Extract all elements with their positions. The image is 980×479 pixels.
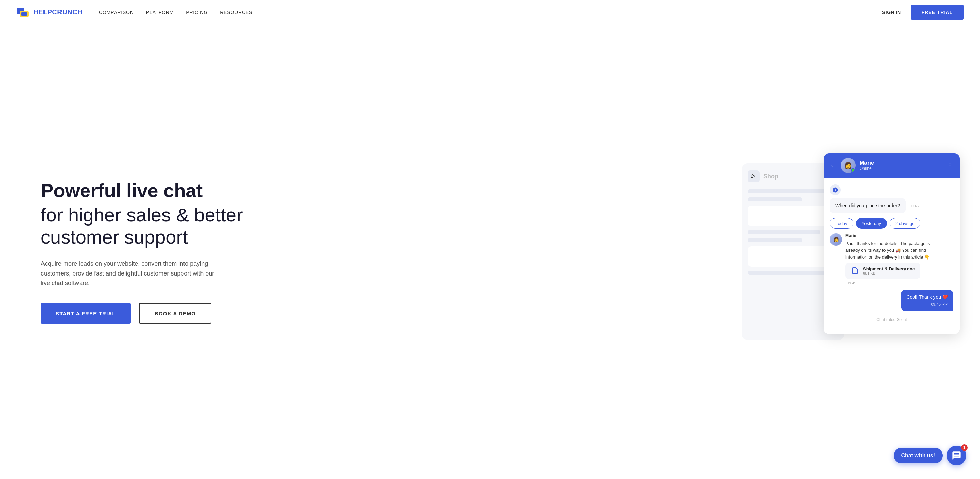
chat-mockup: 🛍 Shop ← 👩 Marie Online xyxy=(762,150,953,354)
quick-reply-today[interactable]: Today xyxy=(830,218,853,229)
chat-body: When did you place the order? 09.45 Toda… xyxy=(824,178,959,334)
agent-reply-avatar: 👩 xyxy=(830,233,842,246)
agent-reply-time: 09.45 xyxy=(847,281,934,285)
nav-links: COMPARISON PLATFORM PRICING RESOURCES xyxy=(99,9,253,15)
agent-reply-message: 👩 Marie Paul, thanks for the details. Th… xyxy=(830,233,953,285)
file-icon xyxy=(850,266,860,275)
chat-user-info: Marie Online xyxy=(860,160,943,171)
chat-user-status: Online xyxy=(860,166,943,171)
customer-reply-meta: 09.45 ✓✓ xyxy=(906,302,948,307)
customer-reply-time: 09.45 xyxy=(931,302,940,307)
quick-replies: Today Yesterday 2 days go xyxy=(830,218,953,229)
chat-float-icon[interactable]: 1 xyxy=(947,446,966,465)
bg-bar-2 xyxy=(748,197,802,201)
file-name: Shipment & Delivery.doc xyxy=(863,266,915,271)
chat-menu-button[interactable]: ⋮ xyxy=(947,161,953,170)
avatar: 👩 xyxy=(841,158,856,173)
start-free-trial-button[interactable]: START A FREE TRIAL xyxy=(41,303,131,324)
bg-bar-3 xyxy=(748,230,820,234)
chat-user-name: Marie xyxy=(860,160,943,166)
agent-question-bubble: When did you place the order? xyxy=(830,198,905,213)
nav-pricing[interactable]: PRICING xyxy=(186,10,208,15)
customer-reply-message: Cool! Thank you ❤️ 09.45 ✓✓ xyxy=(830,290,953,311)
chat-bubble-icon xyxy=(952,451,961,460)
nav-comparison[interactable]: COMPARISON xyxy=(99,10,134,15)
file-info: Shipment & Delivery.doc 681 KB xyxy=(863,266,915,275)
book-demo-button[interactable]: BOOK A DEMO xyxy=(139,303,212,324)
hero-section: Powerful live chat for higher sales & be… xyxy=(0,24,980,479)
hero-content: Powerful live chat for higher sales & be… xyxy=(41,180,245,324)
agent-reply-text: Paul, thanks for the details. The packag… xyxy=(845,240,934,261)
agent-reply-sender: Marie xyxy=(845,233,934,238)
quick-reply-yesterday[interactable]: Yesterday xyxy=(856,218,887,229)
hero-title-bold: Powerful live chat xyxy=(41,180,245,201)
nav-resources[interactable]: RESOURCES xyxy=(220,10,253,15)
logo[interactable]: HELPCRUNCH xyxy=(16,5,83,19)
navbar-left: HELPCRUNCH COMPARISON PLATFORM PRICING R… xyxy=(16,5,253,19)
svg-rect-3 xyxy=(21,12,27,16)
chat-header: ← 👩 Marie Online ⋮ xyxy=(824,153,959,178)
agent-question-time: 09.45 xyxy=(910,204,919,208)
agent-icon xyxy=(830,185,841,195)
file-size: 681 KB xyxy=(863,271,915,275)
customer-reply-bubble: Cool! Thank you ❤️ 09.45 ✓✓ xyxy=(901,290,953,311)
quick-reply-2days[interactable]: 2 days go xyxy=(889,218,920,229)
agent-reply-content: Marie Paul, thanks for the details. The … xyxy=(845,233,934,285)
online-indicator xyxy=(851,168,855,172)
logo-icon xyxy=(16,5,30,19)
nav-platform[interactable]: PLATFORM xyxy=(146,10,174,15)
hero-description: Acquire more leads on your website, conv… xyxy=(41,259,218,288)
chat-rated: Chat rated Great xyxy=(830,317,953,322)
agent-question-message: When did you place the order? 09.45 xyxy=(830,185,953,213)
chat-badge: 1 xyxy=(961,444,968,451)
read-checkmark: ✓✓ xyxy=(942,302,948,307)
logo-text: HELPCRUNCH xyxy=(33,8,83,16)
chat-window: ← 👩 Marie Online ⋮ xyxy=(824,153,959,334)
chat-back-button[interactable]: ← xyxy=(830,162,837,170)
bg-panel-icon: 🛍 xyxy=(748,170,760,182)
free-trial-button[interactable]: FREE TRIAL xyxy=(911,5,964,20)
hero-buttons: START A FREE TRIAL BOOK A DEMO xyxy=(41,303,245,324)
bg-bar-4 xyxy=(748,238,802,242)
bg-panel-title: Shop xyxy=(763,173,778,180)
hero-title-normal: for higher sales & better customer suppo… xyxy=(41,204,245,248)
chat-float: Chat with us! 1 xyxy=(894,446,966,465)
navbar: HELPCRUNCH COMPARISON PLATFORM PRICING R… xyxy=(0,0,980,24)
navbar-right: SIGN IN FREE TRIAL xyxy=(882,5,964,20)
file-attachment[interactable]: Shipment & Delivery.doc 681 KB xyxy=(845,263,920,279)
sign-in-button[interactable]: SIGN IN xyxy=(882,10,901,15)
chat-float-label[interactable]: Chat with us! xyxy=(894,448,943,463)
